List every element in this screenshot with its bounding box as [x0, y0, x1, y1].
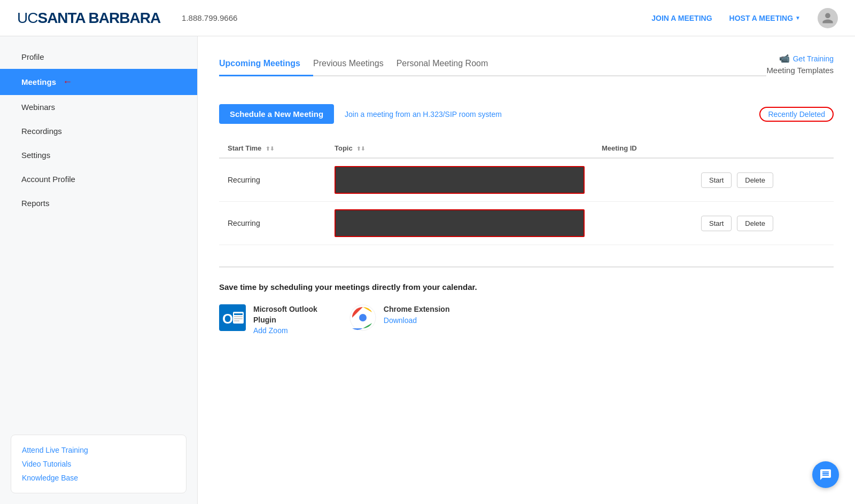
knowledge-base-link[interactable]: Knowledge Base — [22, 474, 175, 482]
sidebar-item-profile[interactable]: Profile — [0, 45, 197, 69]
cell-start-time: Recurring — [219, 158, 326, 202]
cell-topic — [326, 158, 593, 202]
chrome-extension-name: Chrome Extension — [384, 304, 450, 315]
cell-meeting-id — [593, 158, 689, 202]
cell-meeting-id — [593, 202, 689, 245]
user-icon — [821, 12, 834, 25]
main-tabs: Upcoming Meetings Previous Meetings Pers… — [219, 53, 766, 76]
svg-text:O: O — [222, 311, 233, 327]
cell-actions: Start Delete — [689, 158, 834, 202]
svg-rect-4 — [234, 316, 243, 317]
actions-left: Schedule a New Meeting Join a meeting fr… — [219, 104, 502, 124]
svg-rect-3 — [234, 313, 243, 315]
sort-arrows-topic-icon: ⬆⬇ — [356, 146, 365, 152]
host-meeting-label: HOST A MEETING — [729, 14, 794, 22]
attend-live-training-link[interactable]: Attend Live Training — [22, 446, 175, 454]
table-row: Recurring Start Delete — [219, 158, 834, 202]
host-meeting-chevron-icon: ▼ — [795, 15, 800, 21]
meeting-templates-label: Meeting Templates — [766, 66, 834, 75]
tab-previous-meetings[interactable]: Previous Meetings — [313, 53, 397, 76]
main-content: Upcoming Meetings Previous Meetings Pers… — [198, 36, 855, 504]
tab-personal-meeting-room[interactable]: Personal Meeting Room — [397, 53, 501, 76]
header-nav: JOIN A MEETING HOST A MEETING ▼ — [651, 8, 838, 28]
outlook-add-zoom-link[interactable]: Add Zoom — [253, 326, 317, 335]
logo-uc: UC — [17, 10, 37, 27]
tabs-area: Upcoming Meetings Previous Meetings Pers… — [219, 53, 766, 91]
top-right-area: 📹 Get Training Meeting Templates — [766, 53, 834, 75]
chrome-icon — [349, 304, 376, 331]
chat-icon — [819, 468, 832, 481]
user-avatar[interactable] — [818, 8, 838, 28]
sort-arrows-start-time-icon: ⬆⬇ — [266, 146, 274, 152]
video-tutorials-link[interactable]: Video Tutorials — [22, 460, 175, 468]
sidebar-item-recordings[interactable]: Recordings — [0, 119, 197, 143]
chrome-download-link[interactable]: Download — [384, 316, 450, 325]
start-meeting-button-2[interactable]: Start — [701, 216, 732, 231]
promo-section: Save time by scheduling your meetings di… — [219, 266, 834, 335]
sidebar-item-webinars[interactable]: Webinars — [0, 95, 197, 119]
schedule-new-meeting-button[interactable]: Schedule a New Meeting — [219, 104, 334, 124]
sidebar-item-account-profile[interactable]: Account Profile — [0, 167, 197, 191]
video-camera-icon: 📹 — [779, 53, 790, 64]
promo-outlook: O Microsoft OutlookPlugin Add Zoom — [219, 304, 317, 335]
table-body: Recurring Start Delete Recurring — [219, 158, 834, 245]
logo: UC SANTA BARBARA — [17, 10, 160, 27]
sidebar: Profile Meetings ← Webinars Recordings S… — [0, 36, 198, 504]
meetings-table: Start Time ⬆⬇ Topic ⬆⬇ Meeting ID Recurr… — [219, 139, 834, 245]
page-layout: Profile Meetings ← Webinars Recordings S… — [0, 36, 855, 504]
header-phone: 1.888.799.9666 — [182, 13, 651, 22]
host-meeting-dropdown[interactable]: HOST A MEETING ▼ — [729, 14, 800, 22]
col-header-start-time: Start Time ⬆⬇ — [219, 139, 326, 158]
col-header-meeting-id: Meeting ID — [593, 139, 689, 158]
col-header-topic: Topic ⬆⬇ — [326, 139, 593, 158]
chrome-svg-icon — [349, 304, 376, 331]
sidebar-item-meetings[interactable]: Meetings ← — [0, 69, 197, 95]
promo-outlook-text: Microsoft OutlookPlugin Add Zoom — [253, 304, 317, 335]
logo-sb: SANTA BARBARA — [37, 10, 160, 27]
svg-rect-5 — [234, 318, 243, 319]
cell-start-time: Recurring — [219, 202, 326, 245]
main-top-area: Upcoming Meetings Previous Meetings Pers… — [219, 53, 834, 91]
cell-topic — [326, 202, 593, 245]
recently-deleted-link[interactable]: Recently Deleted — [759, 107, 834, 122]
sidebar-support-box: Attend Live Training Video Tutorials Kno… — [11, 435, 186, 493]
redacted-topic-block-2 — [335, 209, 585, 237]
svg-rect-6 — [234, 320, 239, 321]
col-header-actions — [689, 139, 834, 158]
chat-button[interactable] — [812, 461, 839, 488]
outlook-svg-icon: O — [219, 304, 246, 331]
table-header: Start Time ⬆⬇ Topic ⬆⬇ Meeting ID — [219, 139, 834, 158]
sidebar-nav: Profile Meetings ← Webinars Recordings S… — [0, 45, 197, 422]
get-training-link[interactable]: 📹 Get Training — [766, 53, 834, 64]
tab-upcoming-meetings[interactable]: Upcoming Meetings — [219, 53, 313, 76]
promo-chrome: Chrome Extension Download — [349, 304, 450, 335]
header: UC SANTA BARBARA 1.888.799.9666 JOIN A M… — [0, 0, 855, 36]
sidebar-item-reports[interactable]: Reports — [0, 191, 197, 215]
outlook-plugin-name: Microsoft OutlookPlugin — [253, 304, 317, 325]
sidebar-arrow-icon: ← — [63, 76, 72, 88]
sidebar-item-settings[interactable]: Settings — [0, 143, 197, 167]
promo-items: O Microsoft OutlookPlugin Add Zoom — [219, 304, 834, 335]
cell-actions: Start Delete — [689, 202, 834, 245]
table-row: Recurring Start Delete — [219, 202, 834, 245]
start-meeting-button-1[interactable]: Start — [701, 172, 732, 188]
svg-point-9 — [359, 314, 367, 321]
promo-title: Save time by scheduling your meetings di… — [219, 282, 834, 292]
redacted-topic-block — [335, 166, 585, 194]
actions-row: Schedule a New Meeting Join a meeting fr… — [219, 104, 834, 124]
delete-meeting-button-2[interactable]: Delete — [737, 216, 773, 231]
join-meeting-link[interactable]: JOIN A MEETING — [651, 14, 712, 22]
outlook-icon: O — [219, 304, 246, 331]
join-h323-link[interactable]: Join a meeting from an H.323/SIP room sy… — [345, 110, 502, 119]
delete-meeting-button-1[interactable]: Delete — [737, 172, 773, 188]
promo-chrome-text: Chrome Extension Download — [384, 304, 450, 325]
